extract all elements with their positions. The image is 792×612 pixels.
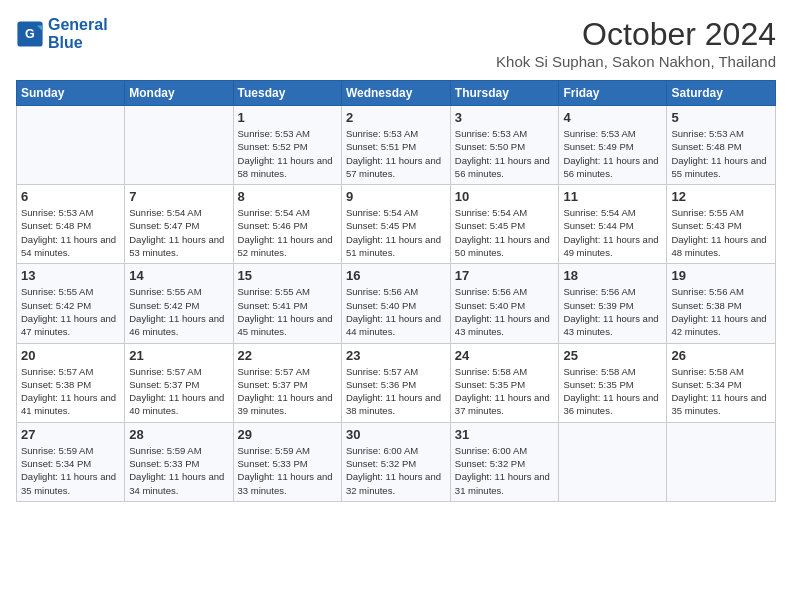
daylight-text: Daylight: 11 hours and 45 minutes. [238, 313, 333, 337]
calendar-cell: 30 Sunrise: 6:00 AM Sunset: 5:32 PM Dayl… [341, 422, 450, 501]
calendar-cell: 23 Sunrise: 5:57 AM Sunset: 5:36 PM Dayl… [341, 343, 450, 422]
logo-line1: General [48, 16, 108, 33]
sunset-text: Sunset: 5:32 PM [346, 458, 416, 469]
sunrise-text: Sunrise: 5:59 AM [21, 445, 93, 456]
daylight-text: Daylight: 11 hours and 32 minutes. [346, 471, 441, 495]
sunrise-text: Sunrise: 5:55 AM [671, 207, 743, 218]
sunrise-text: Sunrise: 5:55 AM [238, 286, 310, 297]
sunrise-text: Sunrise: 5:59 AM [129, 445, 201, 456]
day-number: 12 [671, 189, 771, 204]
sunset-text: Sunset: 5:39 PM [563, 300, 633, 311]
sunrise-text: Sunrise: 6:00 AM [455, 445, 527, 456]
sunset-text: Sunset: 5:48 PM [671, 141, 741, 152]
calendar-cell: 12 Sunrise: 5:55 AM Sunset: 5:43 PM Dayl… [667, 185, 776, 264]
sunrise-text: Sunrise: 5:53 AM [671, 128, 743, 139]
calendar-header-row: SundayMondayTuesdayWednesdayThursdayFrid… [17, 81, 776, 106]
daylight-text: Daylight: 11 hours and 34 minutes. [129, 471, 224, 495]
sunset-text: Sunset: 5:45 PM [346, 220, 416, 231]
sunrise-text: Sunrise: 5:59 AM [238, 445, 310, 456]
day-info: Sunrise: 5:53 AM Sunset: 5:49 PM Dayligh… [563, 127, 662, 180]
calendar-cell: 26 Sunrise: 5:58 AM Sunset: 5:34 PM Dayl… [667, 343, 776, 422]
day-number: 21 [129, 348, 228, 363]
day-info: Sunrise: 5:59 AM Sunset: 5:33 PM Dayligh… [129, 444, 228, 497]
calendar-week-row: 6 Sunrise: 5:53 AM Sunset: 5:48 PM Dayli… [17, 185, 776, 264]
sunrise-text: Sunrise: 5:54 AM [129, 207, 201, 218]
sunset-text: Sunset: 5:47 PM [129, 220, 199, 231]
daylight-text: Daylight: 11 hours and 51 minutes. [346, 234, 441, 258]
sunset-text: Sunset: 5:33 PM [238, 458, 308, 469]
day-number: 14 [129, 268, 228, 283]
day-info: Sunrise: 5:59 AM Sunset: 5:34 PM Dayligh… [21, 444, 120, 497]
sunset-text: Sunset: 5:38 PM [21, 379, 91, 390]
daylight-text: Daylight: 11 hours and 52 minutes. [238, 234, 333, 258]
calendar-cell [559, 422, 667, 501]
weekday-header: Saturday [667, 81, 776, 106]
daylight-text: Daylight: 11 hours and 47 minutes. [21, 313, 116, 337]
daylight-text: Daylight: 11 hours and 56 minutes. [455, 155, 550, 179]
day-number: 1 [238, 110, 337, 125]
calendar-cell: 9 Sunrise: 5:54 AM Sunset: 5:45 PM Dayli… [341, 185, 450, 264]
day-info: Sunrise: 5:58 AM Sunset: 5:34 PM Dayligh… [671, 365, 771, 418]
calendar-cell: 20 Sunrise: 5:57 AM Sunset: 5:38 PM Dayl… [17, 343, 125, 422]
day-number: 16 [346, 268, 446, 283]
sunrise-text: Sunrise: 5:58 AM [671, 366, 743, 377]
calendar-cell [667, 422, 776, 501]
sunset-text: Sunset: 5:37 PM [129, 379, 199, 390]
month-year: October 2024 [496, 16, 776, 53]
weekday-header: Monday [125, 81, 233, 106]
day-info: Sunrise: 5:53 AM Sunset: 5:52 PM Dayligh… [238, 127, 337, 180]
sunrise-text: Sunrise: 5:56 AM [455, 286, 527, 297]
sunset-text: Sunset: 5:34 PM [21, 458, 91, 469]
day-info: Sunrise: 5:55 AM Sunset: 5:42 PM Dayligh… [129, 285, 228, 338]
day-number: 3 [455, 110, 555, 125]
weekday-header: Sunday [17, 81, 125, 106]
sunrise-text: Sunrise: 5:57 AM [238, 366, 310, 377]
day-info: Sunrise: 5:53 AM Sunset: 5:51 PM Dayligh… [346, 127, 446, 180]
page-header: G General Blue October 2024 Khok Si Suph… [16, 16, 776, 70]
sunset-text: Sunset: 5:32 PM [455, 458, 525, 469]
calendar-cell: 11 Sunrise: 5:54 AM Sunset: 5:44 PM Dayl… [559, 185, 667, 264]
sunrise-text: Sunrise: 5:57 AM [21, 366, 93, 377]
sunrise-text: Sunrise: 5:57 AM [129, 366, 201, 377]
sunrise-text: Sunrise: 5:56 AM [671, 286, 743, 297]
sunset-text: Sunset: 5:38 PM [671, 300, 741, 311]
day-number: 8 [238, 189, 337, 204]
sunrise-text: Sunrise: 5:53 AM [21, 207, 93, 218]
day-info: Sunrise: 5:54 AM Sunset: 5:45 PM Dayligh… [346, 206, 446, 259]
calendar-cell: 13 Sunrise: 5:55 AM Sunset: 5:42 PM Dayl… [17, 264, 125, 343]
daylight-text: Daylight: 11 hours and 57 minutes. [346, 155, 441, 179]
day-info: Sunrise: 5:53 AM Sunset: 5:48 PM Dayligh… [671, 127, 771, 180]
daylight-text: Daylight: 11 hours and 31 minutes. [455, 471, 550, 495]
day-number: 4 [563, 110, 662, 125]
sunset-text: Sunset: 5:48 PM [21, 220, 91, 231]
day-number: 2 [346, 110, 446, 125]
day-info: Sunrise: 6:00 AM Sunset: 5:32 PM Dayligh… [455, 444, 555, 497]
day-number: 24 [455, 348, 555, 363]
calendar-cell: 17 Sunrise: 5:56 AM Sunset: 5:40 PM Dayl… [450, 264, 559, 343]
sunrise-text: Sunrise: 5:53 AM [563, 128, 635, 139]
day-info: Sunrise: 5:54 AM Sunset: 5:47 PM Dayligh… [129, 206, 228, 259]
calendar-cell: 6 Sunrise: 5:53 AM Sunset: 5:48 PM Dayli… [17, 185, 125, 264]
day-number: 28 [129, 427, 228, 442]
day-number: 7 [129, 189, 228, 204]
day-number: 22 [238, 348, 337, 363]
calendar-week-row: 20 Sunrise: 5:57 AM Sunset: 5:38 PM Dayl… [17, 343, 776, 422]
calendar-cell: 19 Sunrise: 5:56 AM Sunset: 5:38 PM Dayl… [667, 264, 776, 343]
day-info: Sunrise: 5:58 AM Sunset: 5:35 PM Dayligh… [455, 365, 555, 418]
daylight-text: Daylight: 11 hours and 49 minutes. [563, 234, 658, 258]
sunset-text: Sunset: 5:46 PM [238, 220, 308, 231]
sunrise-text: Sunrise: 5:57 AM [346, 366, 418, 377]
day-number: 23 [346, 348, 446, 363]
daylight-text: Daylight: 11 hours and 35 minutes. [671, 392, 766, 416]
sunset-text: Sunset: 5:40 PM [455, 300, 525, 311]
sunrise-text: Sunrise: 5:53 AM [238, 128, 310, 139]
sunset-text: Sunset: 5:42 PM [21, 300, 91, 311]
day-number: 29 [238, 427, 337, 442]
day-info: Sunrise: 5:57 AM Sunset: 5:37 PM Dayligh… [129, 365, 228, 418]
daylight-text: Daylight: 11 hours and 33 minutes. [238, 471, 333, 495]
day-number: 30 [346, 427, 446, 442]
daylight-text: Daylight: 11 hours and 50 minutes. [455, 234, 550, 258]
sunset-text: Sunset: 5:52 PM [238, 141, 308, 152]
calendar-cell: 22 Sunrise: 5:57 AM Sunset: 5:37 PM Dayl… [233, 343, 341, 422]
sunrise-text: Sunrise: 5:58 AM [563, 366, 635, 377]
